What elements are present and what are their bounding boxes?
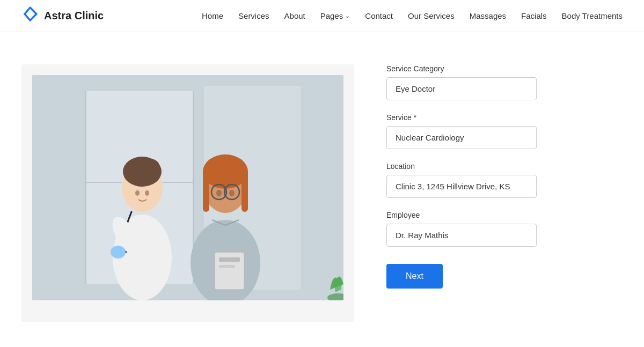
next-button[interactable]: Next (386, 264, 443, 289)
employee-group: Employee (386, 211, 623, 247)
nav-item-home[interactable]: Home (202, 11, 223, 20)
site-header: Astra Clinic Home Services About Pages ⌄… (0, 0, 644, 32)
service-category-group: Service Category (386, 64, 623, 100)
booking-form: Service Category Service * Location Empl… (386, 64, 623, 289)
svg-rect-18 (203, 169, 209, 212)
svg-point-10 (141, 159, 160, 176)
svg-point-14 (111, 246, 126, 259)
svg-point-11 (135, 190, 140, 196)
svg-point-17 (203, 154, 248, 189)
svg-rect-19 (241, 169, 248, 212)
service-category-input[interactable] (386, 77, 537, 100)
nav-item-massages[interactable]: Massages (470, 11, 506, 20)
nav-item-body-treatments[interactable]: Body Treatments (562, 11, 623, 20)
nav-item-services[interactable]: Services (238, 11, 269, 20)
logo-area[interactable]: Astra Clinic (21, 5, 104, 26)
svg-rect-26 (219, 257, 240, 262)
logo-icon (21, 5, 39, 26)
service-label: Service * (386, 113, 623, 122)
service-input[interactable] (386, 126, 537, 149)
main-nav: Home Services About Pages ⌄ Contact Our … (202, 11, 623, 20)
logo-text: Astra Clinic (44, 10, 104, 22)
service-category-label: Service Category (386, 64, 623, 73)
nav-item-facials[interactable]: Facials (521, 11, 547, 20)
service-group: Service * (386, 113, 623, 149)
svg-point-23 (216, 190, 222, 196)
main-content: Service Category Service * Location Empl… (0, 32, 644, 343)
nav-item-contact[interactable]: Contact (365, 11, 393, 20)
svg-rect-27 (219, 265, 235, 268)
employee-input[interactable] (386, 224, 537, 247)
chevron-down-icon: ⌄ (345, 12, 350, 19)
employee-label: Employee (386, 211, 623, 219)
svg-point-24 (229, 190, 235, 196)
nav-item-pages[interactable]: Pages ⌄ (320, 11, 350, 20)
location-group: Location (386, 162, 623, 198)
location-label: Location (386, 162, 623, 171)
svg-point-12 (145, 190, 149, 196)
location-input[interactable] (386, 175, 537, 198)
nav-item-about[interactable]: About (284, 11, 305, 20)
nav-item-our-services[interactable]: Our Services (408, 11, 455, 20)
image-card (21, 64, 354, 322)
medical-image (32, 75, 343, 300)
